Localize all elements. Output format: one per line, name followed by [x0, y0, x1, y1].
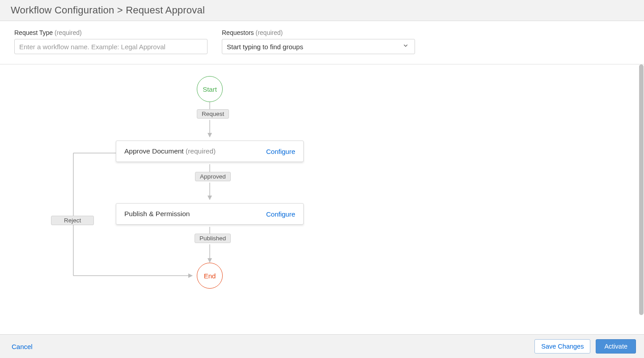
cancel-button[interactable]: Cancel — [8, 340, 36, 353]
end-node-label: End — [204, 272, 216, 280]
edge-label-reject: Reject — [51, 216, 94, 225]
step-publish-permission[interactable]: Publish & Permission Configure — [116, 203, 304, 225]
request-type-field: Request Type (required) — [14, 29, 208, 54]
step-approve-title: Approve Document (required) — [124, 147, 216, 155]
breadcrumb-sep: > — [114, 4, 126, 16]
edge-label-request: Request — [197, 109, 229, 119]
configure-approve-link[interactable]: Configure — [266, 148, 295, 155]
step-publish-title-text: Publish & Permission — [124, 210, 190, 217]
step-approve-title-text: Approve Document — [124, 147, 184, 155]
requestors-placeholder: Start typing to find groups — [227, 43, 303, 51]
configure-publish-link[interactable]: Configure — [266, 210, 295, 218]
requestors-field: Requestors (required) Start typing to fi… — [222, 29, 415, 54]
page-header: Workflow Configuration > Request Approva… — [0, 0, 644, 21]
activate-button[interactable]: Activate — [596, 339, 636, 354]
save-changes-button[interactable]: Save Changes — [534, 339, 590, 354]
footer: Cancel Save Changes Activate — [0, 334, 644, 358]
scrollbar-thumb[interactable] — [639, 64, 644, 315]
connectors-layer — [0, 64, 644, 334]
requestors-label: Requestors (required) — [222, 29, 415, 36]
step-approve-document[interactable]: Approve Document (required) Configure — [116, 141, 304, 162]
request-type-label-text: Request Type — [14, 29, 53, 36]
step-approve-required-hint: (required) — [186, 147, 216, 155]
end-node[interactable]: End — [197, 263, 223, 289]
step-publish-title: Publish & Permission — [124, 210, 190, 218]
edge-label-approved: Approved — [195, 172, 231, 181]
requestors-required-hint: (required) — [255, 29, 283, 36]
edge-label-published: Published — [195, 234, 231, 243]
request-type-label: Request Type (required) — [14, 29, 208, 36]
breadcrumb: Workflow Configuration > Request Approva… — [11, 4, 633, 16]
request-type-input[interactable] — [14, 39, 208, 54]
breadcrumb-parent: Workflow Configuration — [11, 4, 114, 16]
requestors-select[interactable]: Start typing to find groups — [222, 39, 415, 54]
start-node[interactable]: Start — [197, 76, 223, 102]
request-type-required-hint: (required) — [55, 29, 82, 36]
workflow-canvas[interactable]: Start Request Approve Document (required… — [0, 64, 644, 334]
requestors-label-text: Requestors — [222, 29, 254, 36]
form-section: Request Type (required) Requestors (requ… — [0, 21, 644, 64]
breadcrumb-current: Request Approval — [126, 4, 205, 16]
start-node-label: Start — [203, 85, 217, 93]
